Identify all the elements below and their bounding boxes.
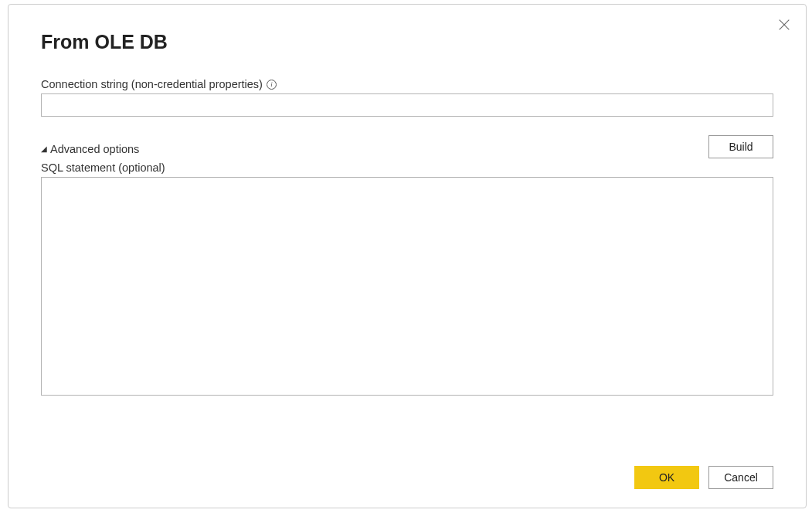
connection-string-label: Connection string (non-credential proper…: [41, 78, 263, 90]
cancel-button[interactable]: Cancel: [708, 466, 773, 489]
sql-statement-label: SQL statement (optional): [41, 161, 773, 174]
connection-string-input[interactable]: [41, 93, 773, 117]
sql-statement-input[interactable]: [41, 177, 773, 396]
close-icon: [777, 18, 791, 32]
dialog-title: From OLE DB: [41, 31, 773, 53]
ok-button[interactable]: OK: [634, 466, 699, 489]
info-icon[interactable]: i: [267, 80, 277, 90]
advanced-options-label: Advanced options: [50, 143, 139, 155]
dialog-from-oledb: From OLE DB Connection string (non-crede…: [8, 4, 807, 508]
triangle-down-icon: ◢: [41, 145, 47, 153]
build-button[interactable]: Build: [708, 135, 773, 158]
close-button[interactable]: [776, 17, 792, 32]
advanced-options-toggle[interactable]: ◢ Advanced options: [41, 143, 773, 155]
dialog-footer: OK Cancel: [634, 466, 773, 489]
connection-string-label-row: Connection string (non-credential proper…: [41, 78, 773, 90]
